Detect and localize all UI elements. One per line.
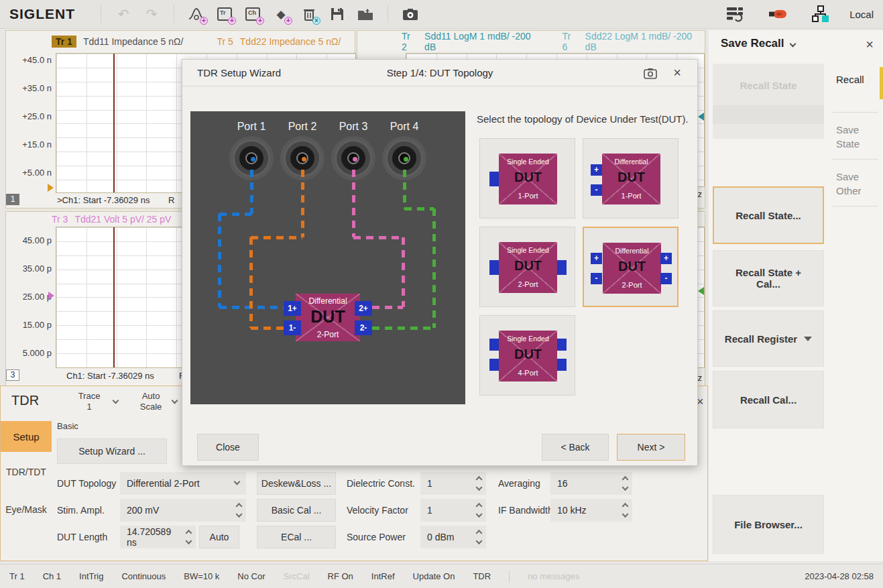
dialog-titlebar[interactable]: TDR Setup Wizard Step 1/4: DUT Topology … [182, 60, 697, 86]
status-bar: Tr 1 Ch 1 IntTrig Continuous BW=10 k No … [0, 564, 883, 588]
dielectric-const-stepper[interactable]: 1 [420, 472, 486, 495]
tab-tdr-tdt[interactable]: TDR/TDT [1, 467, 52, 477]
sidebar-title-dropdown[interactable]: Save Recall [721, 37, 795, 50]
minus-tab-icon: - [591, 273, 602, 284]
dut-type-label: Differential [296, 296, 360, 306]
trace5-badge[interactable]: Tr 5 [217, 36, 233, 47]
lan-network-icon[interactable] [809, 3, 832, 25]
chart3-ytick: 25.00 p [7, 292, 52, 302]
status-rf: RF On [328, 571, 353, 581]
trace1-format[interactable]: Tdd11 Impedance 5 nΩ/ [83, 36, 184, 47]
topology-option-se-1port[interactable]: Single Ended DUT 1-Port [479, 138, 575, 219]
tab-recall[interactable]: Recall [836, 74, 864, 85]
system-setup-sync-icon[interactable] [723, 3, 746, 25]
trace2-format[interactable]: Sdd11 LogM 1 mdB/ -200 dB [424, 31, 543, 52]
setup-wizard-button[interactable]: Setup Wizard ... [57, 438, 167, 464]
undo-icon[interactable]: ↶ [112, 3, 135, 25]
close-button[interactable]: Close [197, 434, 259, 461]
port-tab-icon [489, 359, 499, 371]
trace6-format[interactable]: Sdd22 LogM 1 mdB/ -200 dB [585, 31, 705, 52]
mini-dut: Single Ended DUT 4-Port [499, 331, 557, 381]
add-marker-icon[interactable]: ◆ + [270, 3, 292, 25]
redo-icon[interactable]: ↷ [140, 3, 163, 25]
averaging-stepper[interactable]: 16 [550, 472, 632, 495]
chart4-reference-marker-icon [698, 287, 704, 295]
tab-save-other[interactable]: Save Other [836, 170, 878, 198]
delete-icon[interactable]: × [298, 3, 320, 25]
trace-selector-dropdown[interactable]: Trace 1 [70, 391, 108, 413]
dut-length-auto-button[interactable]: Auto [199, 526, 239, 548]
ecal-button[interactable]: ECal ... [257, 526, 336, 548]
tab-setup[interactable]: Setup [1, 421, 52, 452]
open-folder-icon[interactable] [354, 3, 377, 25]
recall-register-dropdown[interactable]: Recall Register [713, 310, 824, 367]
trace3-badge[interactable]: Tr 3 [52, 214, 68, 225]
dut-length-stepper[interactable]: 14.720589 ns [120, 526, 196, 548]
toolbar-separator [101, 5, 101, 23]
port4-label: Port 4 [379, 121, 430, 133]
topology-option-se-2port[interactable]: Single Ended DUT 2-Port [479, 227, 575, 307]
chart1-trigger-marker-icon [48, 184, 54, 192]
save-icon[interactable] [326, 3, 349, 25]
usb-device-icon[interactable] [766, 3, 789, 25]
if-bandwidth-stepper[interactable]: 10 kHz [550, 499, 632, 522]
dialog-close-icon[interactable]: × [673, 66, 681, 79]
dialog-screenshot-icon[interactable] [644, 68, 657, 79]
auto-scale-line1: Auto [132, 391, 170, 402]
status-bandwidth: BW=10 k [184, 571, 219, 581]
topology-instruction: Select the topology of Device Under Test… [477, 113, 695, 125]
back-button[interactable]: < Back [542, 434, 609, 461]
tab-save-state[interactable]: Save State [836, 123, 878, 151]
chart1-ytick: +25.0 n [7, 111, 52, 121]
chart3-ytick: 45.00 p [7, 235, 52, 245]
screenshot-camera-icon[interactable] [399, 3, 422, 25]
local-remote-button[interactable]: Local [849, 9, 874, 20]
toolbar-separator [388, 5, 388, 23]
stim-ampl-stepper[interactable]: 200 mV [120, 499, 246, 522]
topology-option-se-4port[interactable]: Single Ended DUT 4-Port [479, 315, 575, 396]
velocity-factor-stepper[interactable]: 1 [420, 499, 486, 522]
tab-eye-mask[interactable]: Eye/Mask [1, 504, 52, 515]
topology-option-diff-1port[interactable]: Differential DUT 1-Port + - [583, 138, 679, 219]
chart1-ytick: +45.0 n [7, 55, 52, 65]
dut-pin-1plus: 1+ [284, 301, 301, 316]
next-button[interactable]: Next > [617, 434, 685, 461]
recall-cal-button[interactable]: Recall Cal... [713, 371, 824, 428]
mini-dut-type: Single Ended [499, 246, 557, 254]
recall-state-cal-button[interactable]: Recall State + Cal... [713, 250, 824, 306]
chart1-trace-labels: Tr 1 Tdd11 Impedance 5 nΩ/ Tr 5 Tdd22 Im… [6, 31, 355, 52]
dut-length-label: DUT Length [57, 526, 107, 548]
auto-scale-dropdown[interactable]: Auto Scale [132, 391, 170, 413]
recall-register-label: Recall Register [725, 333, 797, 345]
trace6-badge[interactable]: Tr 6 [563, 31, 579, 52]
mini-dut: Differential DUT 2-Port [603, 243, 661, 294]
add-trace-icon[interactable]: + [185, 3, 208, 25]
siglent-logo: SIGLENT [9, 6, 75, 22]
deskew-loss-button[interactable]: Deskew&Loss ... [257, 472, 336, 495]
recall-state-button[interactable]: Recall State... [713, 186, 824, 244]
cable-port2 [251, 236, 302, 239]
trace1-badge[interactable]: Tr 1 [52, 36, 76, 48]
dropdown-triangle-icon [804, 337, 812, 341]
topology-option-diff-2port-selected[interactable]: Differential DUT 2-Port + - + - [583, 227, 679, 307]
dut-topology-select[interactable]: Differential 2-Port [120, 472, 246, 495]
dielectric-const-label: Dielectric Const. [347, 472, 415, 495]
trace2-badge[interactable]: Tr 2 [402, 31, 418, 52]
mini-dut: Single Ended DUT 2-Port [499, 242, 557, 293]
add-channel-icon[interactable]: Ch + [241, 3, 264, 25]
trace3-format[interactable]: Tdd21 Volt 5 pV/ 25 pV [74, 214, 171, 225]
dut-pin-2minus: 2- [355, 320, 372, 335]
dut-ports-label: 2-Port [296, 330, 360, 339]
trace5-format[interactable]: Tdd22 Impedance 5 nΩ/ [240, 36, 341, 47]
stim-ampl-label: Stim. Ampl. [57, 499, 105, 522]
source-power-stepper[interactable]: 0 dBm [420, 526, 486, 548]
source-power-value: 0 dBm [427, 532, 454, 542]
chart3-window-badge[interactable]: 3 [6, 369, 19, 381]
chart1-window-badge[interactable]: 1 [6, 194, 19, 205]
add-trace-window-icon[interactable]: Tr + [213, 3, 236, 25]
basic-cal-button[interactable]: Basic Cal ... [257, 499, 336, 522]
file-browser-button[interactable]: File Browser... [713, 495, 824, 554]
sidebar-close-icon[interactable]: × [866, 38, 874, 51]
diagram-dut-box: Differential DUT 2-Port [296, 294, 360, 341]
cable-port4 [432, 209, 436, 328]
